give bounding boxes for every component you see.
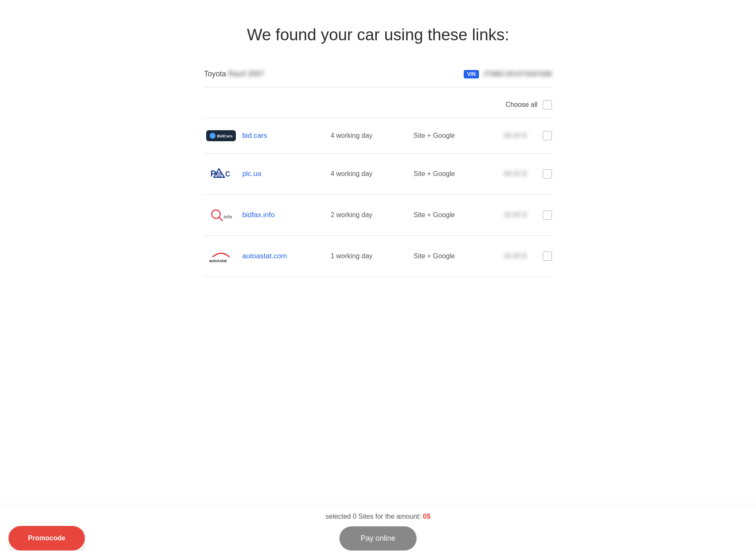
svg-text:C: C — [225, 170, 230, 178]
service-price-bidfax: 30.00 $ — [476, 211, 526, 219]
vin-number: JTMBC35V075097088 — [483, 70, 552, 78]
svg-text:autoAstat: autoAstat — [209, 259, 227, 263]
service-link-bidcars[interactable]: bid.cars — [242, 131, 310, 140]
service-time-plc: 4 working day — [310, 170, 393, 178]
service-row: autoAstat autoastat.com 1 working day Si… — [204, 236, 552, 277]
service-time-bidfax: 2 working day — [310, 211, 393, 219]
service-type-bidcars: Site + Google — [393, 132, 476, 140]
service-type-plc: Site + Google — [393, 170, 476, 178]
service-logo-bidcars: BidCars — [204, 130, 238, 141]
svg-point-3 — [218, 174, 220, 176]
service-checkbox-bidcars[interactable] — [543, 131, 552, 140]
bottom-bar: selected 0 Sites for the amount: 0$ Pay … — [0, 504, 756, 559]
vin-container: VIN JTMBC35V075097088 — [464, 70, 552, 78]
car-info-row: Toyota Rav4 2007 VIN JTMBC35V075097088 — [204, 70, 552, 87]
service-row: P C plc.ua 4 working day Site + Google 6… — [204, 154, 552, 195]
bottom-summary: selected 0 Sites for the amount: 0$ — [325, 513, 430, 520]
service-checkbox-col-bidcars — [526, 131, 552, 140]
services-list: BidCars bid.cars 4 working day Site + Go… — [204, 118, 552, 277]
page-title: We found your car using these links: — [204, 25, 552, 44]
service-price-plc: 66.00 $ — [476, 170, 526, 178]
service-checkbox-col-plc — [526, 169, 552, 179]
service-type-bidfax: Site + Google — [393, 211, 476, 219]
choose-all-row: Choose all — [204, 96, 552, 118]
service-checkbox-plc[interactable] — [543, 169, 552, 179]
service-link-plc[interactable]: plc.ua — [242, 170, 310, 178]
service-time-autoastat: 1 working day — [310, 252, 393, 260]
svg-line-6 — [219, 217, 222, 221]
service-checkbox-autoastat[interactable] — [543, 252, 552, 261]
service-link-bidfax[interactable]: bidfax.info — [242, 211, 310, 219]
choose-all-checkbox[interactable] — [543, 100, 552, 109]
service-row: info bidfax.info 2 working day Site + Go… — [204, 195, 552, 236]
service-checkbox-bidfax[interactable] — [543, 210, 552, 220]
bottom-content: selected 0 Sites for the amount: 0$ Pay … — [325, 513, 430, 551]
service-link-autoastat[interactable]: autoastat.com — [242, 252, 310, 260]
service-row: BidCars bid.cars 4 working day Site + Go… — [204, 118, 552, 154]
service-checkbox-col-autoastat — [526, 252, 552, 261]
service-price-autoastat: 30.00 $ — [476, 252, 526, 260]
service-time-bidcars: 4 working day — [310, 132, 393, 140]
vin-badge: VIN — [464, 70, 479, 78]
service-logo-plc: P C — [204, 165, 238, 182]
promocode-button[interactable]: Promocode — [8, 526, 85, 551]
summary-text: selected 0 Sites for the amount: — [325, 513, 421, 520]
svg-text:info: info — [224, 214, 232, 219]
service-type-autoastat: Site + Google — [393, 252, 476, 260]
service-logo-bidfax: info — [204, 207, 238, 224]
service-checkbox-col-bidfax — [526, 210, 552, 220]
choose-all-label: Choose all — [505, 101, 538, 109]
svg-text:P: P — [210, 169, 216, 178]
service-price-bidcars: 66.00 $ — [476, 132, 526, 140]
service-logo-autoastat: autoAstat — [204, 248, 238, 265]
amount-display: 0$ — [423, 513, 431, 520]
car-name: Toyota Rav4 2007 — [204, 70, 264, 78]
pay-online-button[interactable]: Pay online — [339, 526, 417, 551]
